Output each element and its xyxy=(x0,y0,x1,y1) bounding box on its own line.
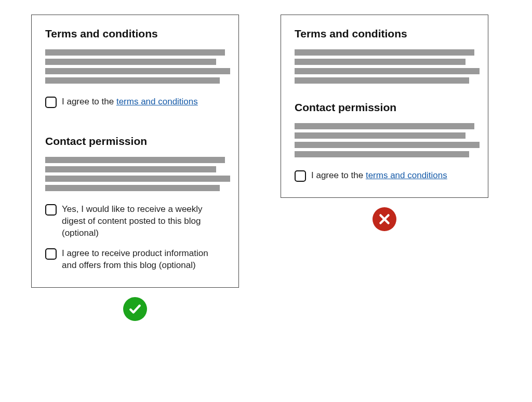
bad-panel: Terms and conditions Contact permission … xyxy=(281,15,488,198)
product-info-label: I agree to receive product information a… xyxy=(62,248,225,272)
placeholder-text-block xyxy=(295,49,474,84)
agree-terms-label: I agree to the terms and conditions xyxy=(62,96,198,108)
agree-terms-label: I agree to the terms and conditions xyxy=(311,170,447,182)
cross-icon xyxy=(373,207,396,231)
placeholder-line xyxy=(45,49,225,56)
check-icon xyxy=(123,297,147,321)
placeholder-line xyxy=(45,157,225,163)
placeholder-line xyxy=(45,68,230,74)
agree-terms-checkbox[interactable] xyxy=(45,97,57,108)
agree-terms-row: I agree to the terms and conditions xyxy=(45,96,225,108)
placeholder-line xyxy=(45,185,220,191)
placeholder-line xyxy=(295,142,480,148)
placeholder-line xyxy=(295,49,474,56)
placeholder-line xyxy=(45,166,216,172)
agree-terms-prefix: I agree to the xyxy=(311,170,366,180)
placeholder-line xyxy=(45,77,220,84)
placeholder-line xyxy=(295,77,469,84)
placeholder-text-block xyxy=(45,49,225,84)
terms-link[interactable]: terms and conditions xyxy=(366,170,447,180)
placeholder-line xyxy=(45,59,216,65)
placeholder-line xyxy=(295,59,466,65)
placeholder-line xyxy=(295,151,469,157)
placeholder-text-block xyxy=(295,123,474,157)
placeholder-line xyxy=(295,132,466,139)
bad-contact-heading: Contact permission xyxy=(295,101,474,114)
good-panel: Terms and conditions I agree to the term… xyxy=(31,15,239,288)
good-terms-heading: Terms and conditions xyxy=(45,28,225,40)
weekly-digest-label: Yes, I would like to receive a weekly di… xyxy=(62,204,225,239)
agree-terms-row: I agree to the terms and conditions xyxy=(295,170,474,182)
product-info-row: I agree to receive product information a… xyxy=(45,248,225,272)
product-info-checkbox[interactable] xyxy=(45,248,57,260)
placeholder-text-block xyxy=(45,157,225,191)
placeholder-line xyxy=(295,123,474,129)
agree-terms-prefix: I agree to the xyxy=(62,97,116,106)
terms-link[interactable]: terms and conditions xyxy=(116,97,198,106)
good-example-column: Terms and conditions I agree to the term… xyxy=(31,15,239,321)
bad-example-column: Terms and conditions Contact permission … xyxy=(281,15,488,231)
placeholder-line xyxy=(295,68,480,74)
placeholder-line xyxy=(45,176,230,182)
good-contact-heading: Contact permission xyxy=(45,135,225,148)
agree-terms-checkbox[interactable] xyxy=(295,170,306,182)
weekly-digest-row: Yes, I would like to receive a weekly di… xyxy=(45,204,225,239)
bad-terms-heading: Terms and conditions xyxy=(295,28,474,40)
weekly-digest-checkbox[interactable] xyxy=(45,204,57,216)
